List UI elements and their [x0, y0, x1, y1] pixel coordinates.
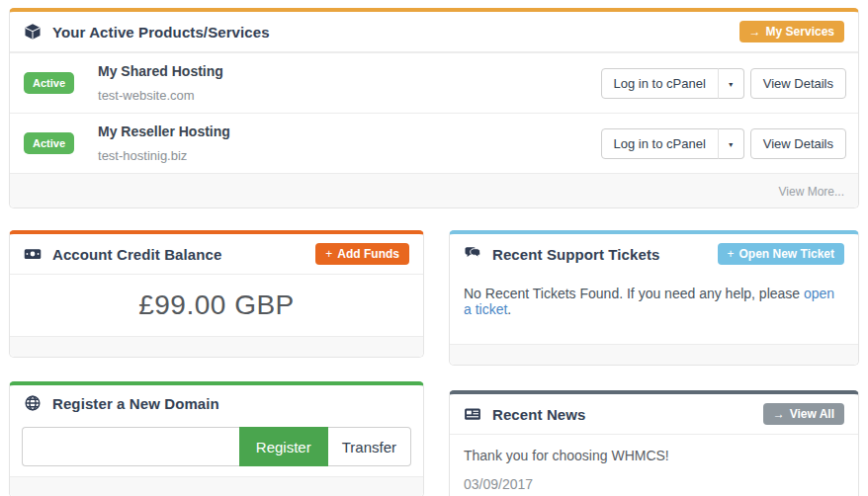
register-domain-title: Register a New Domain: [52, 395, 409, 412]
products-panel-title: Your Active Products/Services: [52, 24, 739, 41]
login-cpanel-dropdown-toggle[interactable]: ▼: [718, 68, 744, 99]
tickets-empty-message: No Recent Tickets Found. If you need any…: [450, 274, 858, 344]
tickets-message-text: No Recent Tickets Found. If you need any…: [464, 286, 804, 301]
products-panel-footer: View More...: [10, 173, 858, 207]
register-domain-panel: Register a New Domain Register Transfer: [9, 381, 424, 496]
plus-icon: +: [728, 248, 735, 260]
add-funds-label: Add Funds: [337, 248, 399, 260]
left-column: Account Credit Balance + Add Funds £99.0…: [9, 230, 424, 496]
product-domain: test-hostinig.biz: [98, 148, 230, 163]
view-details-button[interactable]: View Details: [750, 68, 846, 99]
credit-balance-footer: [10, 336, 423, 357]
caret-down-icon: ▼: [728, 141, 735, 148]
view-details-button[interactable]: View Details: [750, 128, 846, 159]
news-item: Thank you for choosing WHMCS! 03/09/2017: [450, 435, 858, 496]
open-new-ticket-label: Open New Ticket: [739, 248, 834, 260]
product-actions: Log in to cPanel ▼ View Details: [601, 68, 846, 99]
my-services-label: My Services: [766, 26, 834, 38]
recent-news-header: Recent News → View All: [450, 394, 858, 435]
product-info: My Reseller Hosting test-hostinig.biz: [98, 124, 230, 163]
box-icon: [24, 23, 42, 41]
login-cpanel-button[interactable]: Log in to cPanel: [601, 68, 719, 99]
credit-balance-header: Account Credit Balance + Add Funds: [10, 234, 423, 275]
credit-balance-panel: Account Credit Balance + Add Funds £99.0…: [9, 230, 424, 358]
comments-icon: [464, 245, 481, 263]
client-area-dashboard: Your Active Products/Services → My Servi…: [0, 0, 868, 496]
right-column: Recent Support Tickets + Open New Ticket…: [449, 230, 859, 496]
news-item-date: 03/09/2017: [464, 476, 844, 492]
register-button[interactable]: Register: [239, 427, 328, 466]
open-new-ticket-button[interactable]: + Open New Ticket: [718, 243, 845, 265]
support-tickets-header: Recent Support Tickets + Open New Ticket: [450, 234, 858, 274]
register-domain-footer: [10, 476, 423, 496]
recent-news-title: Recent News: [492, 406, 763, 423]
credit-balance-title: Account Credit Balance: [52, 246, 315, 263]
support-tickets-footer: [450, 344, 858, 365]
view-all-label: View All: [790, 408, 834, 420]
product-actions: Log in to cPanel ▼ View Details: [601, 128, 846, 159]
caret-down-icon: ▼: [728, 81, 735, 88]
arrow-right-icon: →: [749, 26, 761, 38]
login-cpanel-dropdown-toggle[interactable]: ▼: [718, 128, 744, 159]
product-row: Active My Reseller Hosting test-hostinig…: [10, 113, 858, 173]
tickets-message-suffix: .: [507, 301, 511, 317]
product-name: My Reseller Hosting: [98, 124, 230, 139]
newspaper-icon: [464, 405, 481, 423]
login-cpanel-button[interactable]: Log in to cPanel: [601, 128, 719, 159]
products-panel: Your Active Products/Services → My Servi…: [9, 8, 859, 208]
view-more-link[interactable]: View More...: [779, 185, 844, 199]
register-domain-body: Register Transfer: [10, 421, 423, 476]
support-tickets-title: Recent Support Tickets: [492, 246, 718, 263]
my-services-button[interactable]: → My Services: [739, 21, 844, 42]
product-info: My Shared Hosting test-website.com: [98, 63, 223, 103]
support-tickets-panel: Recent Support Tickets + Open New Ticket…: [449, 230, 859, 366]
dashboard-columns: Account Credit Balance + Add Funds £99.0…: [9, 230, 859, 496]
domain-search-input[interactable]: [22, 427, 239, 466]
transfer-button[interactable]: Transfer: [328, 427, 411, 466]
product-name: My Shared Hosting: [98, 63, 223, 79]
view-all-button[interactable]: → View All: [763, 403, 844, 425]
products-panel-header: Your Active Products/Services → My Servi…: [10, 12, 858, 52]
arrow-right-icon: →: [773, 408, 785, 420]
plus-icon: +: [325, 248, 332, 260]
status-badge: Active: [24, 72, 74, 94]
status-badge: Active: [24, 132, 74, 154]
product-domain: test-website.com: [98, 88, 223, 103]
add-funds-button[interactable]: + Add Funds: [315, 243, 409, 265]
domain-input-group: Register Transfer: [22, 427, 411, 466]
register-domain-header: Register a New Domain: [10, 385, 423, 421]
product-row: Active My Shared Hosting test-website.co…: [10, 52, 858, 113]
news-item-title[interactable]: Thank you for choosing WHMCS!: [464, 448, 844, 463]
credit-balance-amount: £99.00 GBP: [10, 275, 423, 336]
globe-icon: [24, 394, 42, 412]
recent-news-panel: Recent News → View All Thank you for cho…: [449, 390, 859, 496]
money-bill-icon: [24, 245, 42, 263]
